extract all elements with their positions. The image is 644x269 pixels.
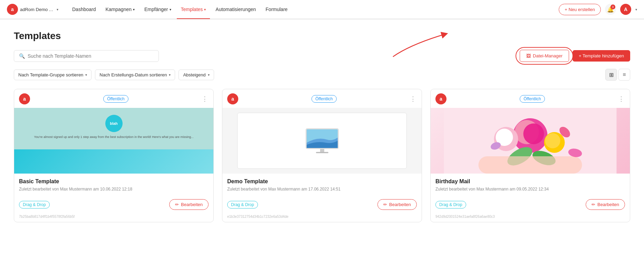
svg-rect-14 [479, 156, 582, 174]
add-template-button[interactable]: + Template hinzufügen [573, 50, 630, 62]
page-title: Templates [14, 30, 630, 41]
card-header-1: a Öffentlich ⋮ [14, 89, 213, 108]
notif-badge: 0 [611, 4, 615, 9]
flowers-svg [431, 108, 630, 174]
card-header-3: a Öffentlich ⋮ [431, 89, 630, 108]
card-footer-3: Drag & Drop ✏ Bearbeiten [431, 199, 630, 215]
sort-order-select[interactable]: Absteigend ▾ [179, 69, 214, 80]
toolbar-right: 🖼 Datei-Manager + Template hinzufügen [520, 50, 630, 62]
nav-item-templates[interactable]: Templates ▾ [177, 0, 210, 19]
card-preview-3 [431, 108, 630, 174]
preview-bubble-1: blah [105, 115, 123, 132]
nav-items: Dashboard Kampagnen ▾ Empfänger ▾ Templa… [68, 0, 559, 19]
search-icon: 🔍 [19, 53, 25, 59]
card-body-3: Birthday Mail Zuletzt bearbeitet von Max… [431, 174, 630, 199]
card-badge-1: Öffentlich [103, 95, 128, 103]
card-more-2[interactable]: ⋮ [410, 95, 417, 103]
list-icon: ≡ [623, 72, 626, 78]
file-manager-icon: 🖼 [526, 53, 531, 58]
view-toggle: ⊞ ≡ [605, 69, 630, 81]
annotation-container: 🖼 Datei-Manager [520, 50, 569, 62]
card-name-2: Demo Template [227, 178, 417, 185]
monitor-svg [301, 126, 343, 155]
edit-button-3[interactable]: ✏ Bearbeiten [586, 199, 625, 210]
sort-date-select[interactable]: Nach Erstellungs-Datum sortieren ▾ [95, 69, 175, 80]
nav-item-kampagnen[interactable]: Kampagnen ▾ [102, 0, 139, 19]
card-name-1: Basic Template [19, 178, 209, 185]
nav-item-empfaenger[interactable]: Empfänger ▾ [140, 0, 175, 19]
preview-inner-2 [237, 113, 406, 169]
brand-chevron-icon: ▾ [57, 8, 58, 11]
card-badge-2: Öffentlich [311, 95, 336, 103]
edit-icon-2: ✏ [383, 202, 387, 207]
svg-rect-3 [316, 152, 328, 153]
card-body-1: Basic Template Zuletzt bearbeitet von Ma… [14, 174, 213, 199]
card-meta-3: Zuletzt bearbeitet von Max Mustermann am… [435, 187, 625, 192]
card-hash-1: 7b25ba8b817d4ff1b4f5578f2fa56b5f [14, 215, 213, 222]
edit-button-1[interactable]: ✏ Bearbeiten [169, 199, 209, 210]
cards-grid: a Öffentlich ⋮ blah You're almost signed… [14, 89, 630, 222]
preview-img-1 [14, 149, 213, 174]
card-hash-3: 942d9d2001524e31aefa8f26a6ae80c3 [431, 215, 630, 222]
avatar-chevron-icon: ▾ [635, 8, 637, 11]
nav-item-formulare[interactable]: Formulare [261, 0, 292, 19]
card-preview-1: blah You're almost signed up and only 1 … [14, 108, 213, 174]
file-manager-button[interactable]: 🖼 Datei-Manager [520, 50, 569, 62]
grid-icon: ⊞ [609, 72, 614, 78]
view-grid-button[interactable]: ⊞ [605, 69, 617, 81]
card-logo-2: a [227, 93, 238, 104]
kampagnen-chevron-icon: ▾ [133, 8, 135, 11]
templates-chevron-icon: ▾ [204, 8, 206, 11]
card-footer-2: Drag & Drop ✏ Bearbeiten [222, 199, 422, 215]
brand-icon: a [7, 4, 18, 15]
card-hash-2: e1b3e37312754d34b1c7232e6a53d4de [222, 215, 422, 222]
sort-date-chevron-icon: ▾ [169, 73, 171, 77]
nav-item-automatisierungen[interactable]: Automatisierungen [211, 0, 260, 19]
brand-logo-area[interactable]: a adRom Demo Acc... ▾ [7, 4, 58, 15]
card-meta-2: Zuletzt bearbeitet von Max Mustermann am… [227, 187, 417, 192]
card-tag-2: Drag & Drop [227, 201, 258, 208]
card-body-2: Demo Template Zuletzt bearbeitet von Max… [222, 174, 422, 199]
empfaenger-chevron-icon: ▾ [170, 8, 171, 11]
edit-icon-1: ✏ [175, 202, 179, 207]
svg-rect-2 [320, 149, 324, 152]
search-input[interactable] [28, 53, 154, 59]
edit-button-2[interactable]: ✏ Bearbeiten [377, 199, 417, 210]
edit-icon-3: ✏ [592, 202, 595, 207]
card-tag-3: Drag & Drop [435, 201, 466, 208]
toolbar: 🔍 🖼 Datei-Manager [14, 50, 630, 62]
view-list-button[interactable]: ≡ [618, 69, 630, 81]
notifications-button[interactable]: 🔔 0 [605, 4, 616, 15]
svg-point-9 [545, 133, 560, 148]
card-more-1[interactable]: ⋮ [202, 95, 209, 103]
new-button[interactable]: + Neu erstellen [559, 4, 601, 15]
avatar-button[interactable]: A [620, 4, 631, 15]
card-footer-1: Drag & Drop ✏ Bearbeiten [14, 199, 213, 215]
sort-order-chevron-icon: ▾ [208, 73, 210, 77]
card-logo-1: a [19, 93, 30, 104]
brand-name: adRom Demo Acc... [20, 7, 55, 12]
svg-point-7 [523, 123, 544, 144]
sort-group-chevron-icon: ▾ [85, 73, 87, 77]
template-card-2: a Öffentlich ⋮ [222, 89, 422, 222]
main-content: Templates 🔍 � [0, 19, 644, 269]
card-logo-3: a [435, 93, 446, 104]
search-box: 🔍 [14, 50, 159, 62]
sort-group-select[interactable]: Nach Template-Gruppe sortieren ▾ [14, 69, 92, 80]
card-preview-2 [222, 108, 422, 174]
template-card-1: a Öffentlich ⋮ blah You're almost signed… [14, 89, 214, 222]
nav-item-dashboard[interactable]: Dashboard [68, 0, 100, 19]
file-manager-wrapper: 🖼 Datei-Manager [520, 50, 569, 62]
sort-bar: Nach Template-Gruppe sortieren ▾ Nach Er… [14, 69, 630, 81]
card-name-3: Birthday Mail [435, 178, 625, 185]
card-badge-3: Öffentlich [520, 95, 545, 103]
card-more-3[interactable]: ⋮ [618, 95, 625, 103]
navbar: a adRom Demo Acc... ▾ Dashboard Kampagne… [0, 0, 644, 19]
template-card-3: a Öffentlich ⋮ [430, 89, 630, 222]
navbar-right: + Neu erstellen 🔔 0 A ▾ [559, 4, 637, 15]
preview-text-1: You're almost signed up and only 1 step … [27, 135, 201, 139]
card-header-2: a Öffentlich ⋮ [222, 89, 422, 108]
card-tag-1: Drag & Drop [19, 201, 50, 208]
card-meta-1: Zuletzt bearbeitet von Max Mustermann am… [19, 187, 209, 192]
